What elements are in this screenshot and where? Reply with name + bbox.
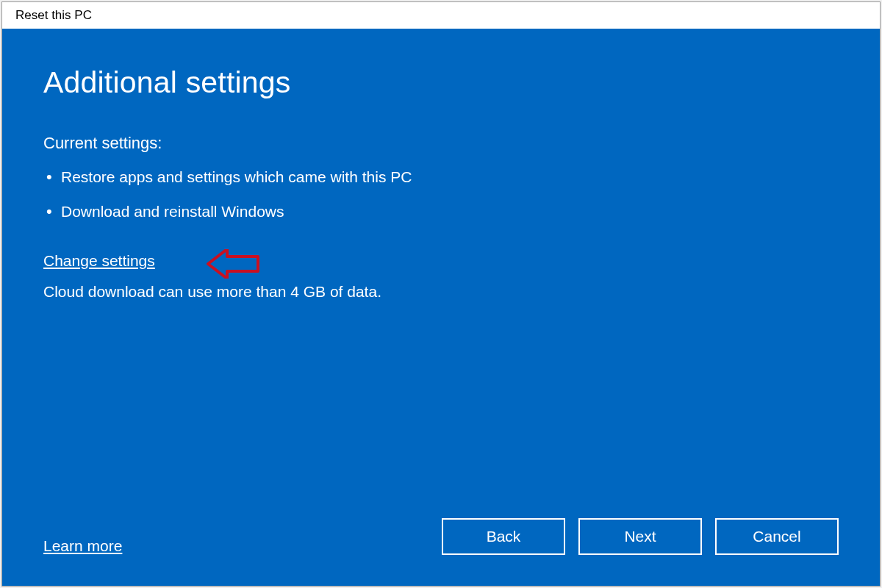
cloud-download-note: Cloud download can use more than 4 GB of… [43,283,839,301]
list-item: Restore apps and settings which came wit… [46,166,839,187]
change-settings-link[interactable]: Change settings [43,252,155,270]
learn-more-link[interactable]: Learn more [43,537,122,555]
page-heading: Additional settings [43,65,839,100]
button-row: Back Next Cancel [442,518,839,555]
window-title: Reset this PC [15,8,92,23]
change-settings-row: Change settings [43,252,839,283]
next-button[interactable]: Next [578,518,702,555]
content-pane: Additional settings Current settings: Re… [2,29,880,586]
current-settings-list: Restore apps and settings which came wit… [43,166,839,236]
back-button[interactable]: Back [442,518,565,555]
cancel-button[interactable]: Cancel [715,518,839,555]
titlebar: Reset this PC [2,2,880,29]
reset-pc-window: Reset this PC Additional settings Curren… [1,1,881,587]
annotation-arrow-icon [207,249,259,279]
bottom-bar: Learn more Back Next Cancel [43,518,839,564]
current-settings-label: Current settings: [43,134,839,153]
list-item: Download and reinstall Windows [46,201,839,222]
